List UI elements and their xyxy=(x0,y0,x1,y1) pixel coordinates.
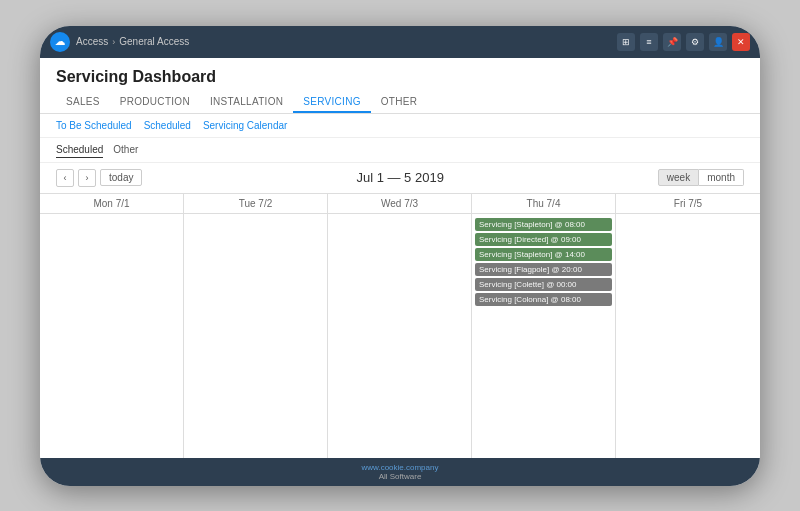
filter-other[interactable]: Other xyxy=(113,142,138,158)
grid-icon[interactable]: ⊞ xyxy=(617,33,635,51)
app-logo: ☁ xyxy=(50,32,70,52)
filter-tabs: Scheduled Other xyxy=(40,138,760,163)
page-header: Servicing Dashboard xyxy=(40,58,760,92)
prev-button[interactable]: ‹ xyxy=(56,169,74,187)
tab-production[interactable]: PRODUCTION xyxy=(110,92,200,113)
header-wed: Wed 7/3 xyxy=(328,194,472,213)
calendar-header-row: Mon 7/1 Tue 7/2 Wed 7/3 Thu 7/4 Fri 7/5 xyxy=(40,194,760,214)
calendar-body: Servicing [Stapleton] @ 08:00 Servicing … xyxy=(40,214,760,458)
cal-cell-wed xyxy=(328,214,472,458)
week-view-button[interactable]: week xyxy=(658,169,699,186)
footer-text: www.cookie.company All Software xyxy=(362,463,439,481)
top-bar-left: ☁ Access › General Access xyxy=(50,32,189,52)
cal-cell-thu: Servicing [Stapleton] @ 08:00 Servicing … xyxy=(472,214,616,458)
header-thu: Thu 7/4 xyxy=(472,194,616,213)
calendar-title: Jul 1 — 5 2019 xyxy=(356,170,443,185)
top-bar-right: ⊞ ≡ 📌 ⚙ 👤 ✕ xyxy=(617,33,750,51)
settings-icon[interactable]: ⚙ xyxy=(686,33,704,51)
today-button[interactable]: today xyxy=(100,169,142,186)
tablet-frame: ☁ Access › General Access ⊞ ≡ 📌 ⚙ 👤 ✕ Se… xyxy=(40,26,760,486)
cal-cell-fri xyxy=(616,214,760,458)
subtab-servicing-calendar[interactable]: Servicing Calendar xyxy=(203,120,288,131)
event-thu-4[interactable]: Servicing [Flagpole] @ 20:00 xyxy=(475,263,612,276)
subtab-scheduled[interactable]: Scheduled xyxy=(144,120,191,131)
tab-sales[interactable]: SALES xyxy=(56,92,110,113)
header-fri: Fri 7/5 xyxy=(616,194,760,213)
event-thu-5[interactable]: Servicing [Colette] @ 00:00 xyxy=(475,278,612,291)
header-tue: Tue 7/2 xyxy=(184,194,328,213)
page-title: Servicing Dashboard xyxy=(56,68,744,86)
event-thu-6[interactable]: Servicing [Colonna] @ 08:00 xyxy=(475,293,612,306)
cal-cell-mon xyxy=(40,214,184,458)
calendar-grid: Mon 7/1 Tue 7/2 Wed 7/3 Thu 7/4 Fri 7/5 … xyxy=(40,193,760,458)
footer-link[interactable]: www.cookie.company xyxy=(362,463,439,472)
tab-installation[interactable]: INSTALLATION xyxy=(200,92,293,113)
month-view-button[interactable]: month xyxy=(699,169,744,186)
content-area: Servicing Dashboard SALES PRODUCTION INS… xyxy=(40,58,760,458)
event-thu-2[interactable]: Servicing [Directed] @ 09:00 xyxy=(475,233,612,246)
breadcrumb-general-access[interactable]: General Access xyxy=(119,36,189,47)
event-thu-1[interactable]: Servicing [Stapleton] @ 08:00 xyxy=(475,218,612,231)
close-icon[interactable]: ✕ xyxy=(732,33,750,51)
subtab-to-be-scheduled[interactable]: To Be Scheduled xyxy=(56,120,132,131)
breadcrumb-access[interactable]: Access xyxy=(76,36,108,47)
cal-cell-tue xyxy=(184,214,328,458)
view-toggles: week month xyxy=(658,169,744,186)
nav-controls: ‹ › today xyxy=(56,169,142,187)
header-mon: Mon 7/1 xyxy=(40,194,184,213)
event-thu-3[interactable]: Servicing [Stapleton] @ 14:00 xyxy=(475,248,612,261)
filter-scheduled[interactable]: Scheduled xyxy=(56,142,103,158)
sub-tabs: To Be Scheduled Scheduled Servicing Cale… xyxy=(40,114,760,138)
bottom-bar: www.cookie.company All Software xyxy=(40,458,760,486)
list-icon[interactable]: ≡ xyxy=(640,33,658,51)
tab-servicing[interactable]: SERVICING xyxy=(293,92,371,113)
breadcrumb-sep-1: › xyxy=(112,37,115,47)
main-tabs: SALES PRODUCTION INSTALLATION SERVICING … xyxy=(40,92,760,114)
tab-other[interactable]: OTHER xyxy=(371,92,428,113)
next-button[interactable]: › xyxy=(78,169,96,187)
user-icon[interactable]: 👤 xyxy=(709,33,727,51)
pin-icon[interactable]: 📌 xyxy=(663,33,681,51)
calendar-controls: ‹ › today Jul 1 — 5 2019 week month xyxy=(40,163,760,193)
footer-line2: All Software xyxy=(379,472,422,481)
breadcrumb: Access › General Access xyxy=(76,36,189,47)
top-bar: ☁ Access › General Access ⊞ ≡ 📌 ⚙ 👤 ✕ xyxy=(40,26,760,58)
